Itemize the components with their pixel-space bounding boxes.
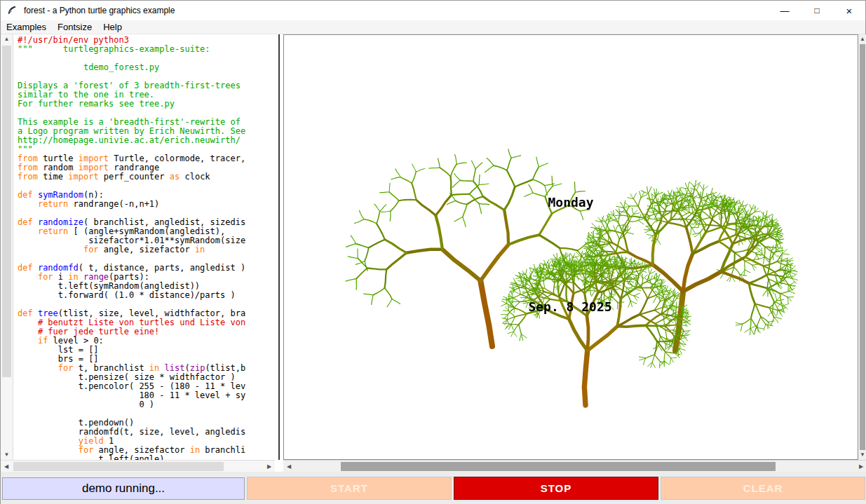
code-line: t.pendown() — [18, 418, 275, 428]
scroll-up-icon[interactable]: ▲ — [1, 34, 13, 44]
code-line: def randomize( branchlist, angledist, si… — [18, 218, 275, 227]
code-line: 0 ) — [18, 400, 275, 409]
code-vertical-scrollbar-thumb[interactable] — [2, 46, 11, 377]
code-line: if level > 0: — [18, 336, 275, 346]
menu-fontsize[interactable]: Fontsize — [52, 20, 97, 34]
code-line: return [ (angle+symRandom(angledist), — [18, 227, 275, 236]
start-button[interactable]: START — [247, 477, 452, 500]
code-line: randomfd(t, size, level, angledis — [18, 428, 275, 437]
code-line: """ turtlegraphics-example-suite: — [18, 45, 275, 54]
pane-divider[interactable] — [275, 34, 283, 460]
window-title: forest - a Python turtle graphics exampl… — [24, 6, 175, 15]
code-line — [18, 54, 275, 63]
canvas-horizontal-scrollbar-thumb[interactable] — [341, 462, 776, 471]
code-line: for i in range(parts): — [18, 273, 275, 282]
code-line: a Logo program written by Erich Neuwirth… — [18, 127, 275, 136]
code-line: """ — [18, 145, 275, 154]
menu-help[interactable]: Help — [97, 20, 128, 34]
canvas-vertical-scrollbar[interactable]: ▲ ▼ — [858, 34, 866, 460]
code-line — [18, 409, 275, 418]
code-line: yield 1 — [18, 437, 275, 446]
code-line: This example is a 'breadth-first'-rewrit… — [18, 118, 275, 127]
code-vertical-scrollbar[interactable]: ▲ ▼ — [1, 34, 13, 460]
code-horizontal-scrollbar[interactable]: ◀ ▶ — [1, 460, 275, 472]
code-line: t.left(angle) — [18, 455, 275, 460]
code-line: def symRandom(n): — [18, 191, 275, 200]
scroll-up-icon[interactable]: ▲ — [858, 34, 866, 44]
code-line: t.forward( (1.0 * distance)/parts ) — [18, 291, 275, 300]
code-line — [18, 254, 275, 264]
code-line: def tree(tlist, size, level, widthfactor… — [18, 309, 275, 318]
code-line: brs = [] — [18, 355, 275, 364]
code-line: tdemo_forest.py — [18, 63, 275, 72]
scroll-right-icon[interactable]: ▶ — [855, 461, 866, 472]
menubar: Examples Fontsize Help — [1, 20, 865, 34]
scrollbar-gap — [275, 460, 283, 472]
code-line: t.pensize( size * widthfactor ) — [18, 373, 275, 382]
code-line: For further remarks see tree.py — [18, 100, 275, 109]
canvas-vertical-scrollbar-thumb[interactable] — [860, 44, 865, 450]
code-line — [18, 182, 275, 191]
scroll-left-icon[interactable]: ◀ — [283, 461, 295, 472]
code-line: http://homepage.univie.ac.at/erich.neuwi… — [18, 136, 275, 145]
bottom-bar: demo running... START STOP CLEAR — [1, 472, 866, 504]
code-line — [18, 72, 275, 81]
code-line: return randrange(-n,n+1) — [18, 200, 275, 209]
scroll-down-icon[interactable]: ▼ — [858, 450, 866, 460]
code-line — [18, 300, 275, 309]
code-line: t.left(symRandom(angledist)) — [18, 282, 275, 291]
code-line — [18, 109, 275, 118]
code-line: from turtle import Turtle, colormode, tr… — [18, 154, 275, 163]
scroll-left-icon[interactable]: ◀ — [1, 461, 12, 472]
minimize-button-icon[interactable]: — — [769, 1, 801, 20]
code-line — [18, 209, 275, 218]
app-icon — [7, 5, 18, 16]
turtle-canvas[interactable] — [284, 35, 858, 459]
code-line: for angle, sizefactor in — [18, 245, 275, 254]
code-line: similar to the one in tree. — [18, 90, 275, 100]
code-line: from time import perf_counter as clock — [18, 172, 275, 182]
scroll-down-icon[interactable]: ▼ — [1, 450, 13, 460]
code-line: Displays a 'forest' of 3 breadth-first-t… — [18, 81, 275, 90]
main-area: ▲ ▼ #!/usr/bin/env python3""" turtlegrap… — [1, 34, 866, 460]
code-line: # benutzt Liste von turtles und Liste vo… — [18, 318, 275, 327]
code-line: def randomfd( t, distance, parts, angled… — [18, 264, 275, 273]
stop-button[interactable]: STOP — [454, 477, 658, 500]
scroll-right-icon[interactable]: ▶ — [264, 461, 275, 472]
code-horizontal-scrollbar-thumb[interactable] — [13, 462, 224, 471]
code-line: from random import randrange — [18, 163, 275, 172]
maximize-button-icon[interactable]: □ — [801, 1, 833, 20]
code-pane[interactable]: #!/usr/bin/env python3""" turtlegraphics… — [13, 34, 275, 460]
code-line: lst = [] — [18, 346, 275, 355]
code-line: for angle, sizefactor in branchli — [18, 446, 275, 455]
horizontal-scrollbar-row: ◀ ▶ ◀ ▶ — [1, 460, 866, 472]
code-line: sizefactor*1.01**symRandom(size — [18, 236, 275, 245]
code-line: #!/usr/bin/env python3 — [18, 36, 275, 45]
window-controls: — □ × — [769, 1, 865, 20]
status-label: demo running... — [2, 477, 245, 500]
close-button-icon[interactable]: × — [833, 1, 865, 20]
code-line: 180 - 11 * level + sy — [18, 391, 275, 400]
code-line: t.pencolor( 255 - (180 - 11 * lev — [18, 382, 275, 391]
menu-examples[interactable]: Examples — [1, 20, 52, 34]
pane-divider-line — [278, 34, 280, 460]
code-editor-text: #!/usr/bin/env python3""" turtlegraphics… — [13, 34, 275, 460]
app-window: forest - a Python turtle graphics exampl… — [0, 0, 866, 504]
canvas-horizontal-scrollbar[interactable]: ◀ ▶ — [283, 460, 866, 472]
code-line: # fuer jede turtle eine! — [18, 327, 275, 336]
canvas-area — [283, 34, 858, 460]
titlebar: forest - a Python turtle graphics exampl… — [1, 1, 865, 20]
code-line: for t, branchlist in list(zip(tlist,b — [18, 364, 275, 373]
clear-button[interactable]: CLEAR — [661, 477, 865, 500]
